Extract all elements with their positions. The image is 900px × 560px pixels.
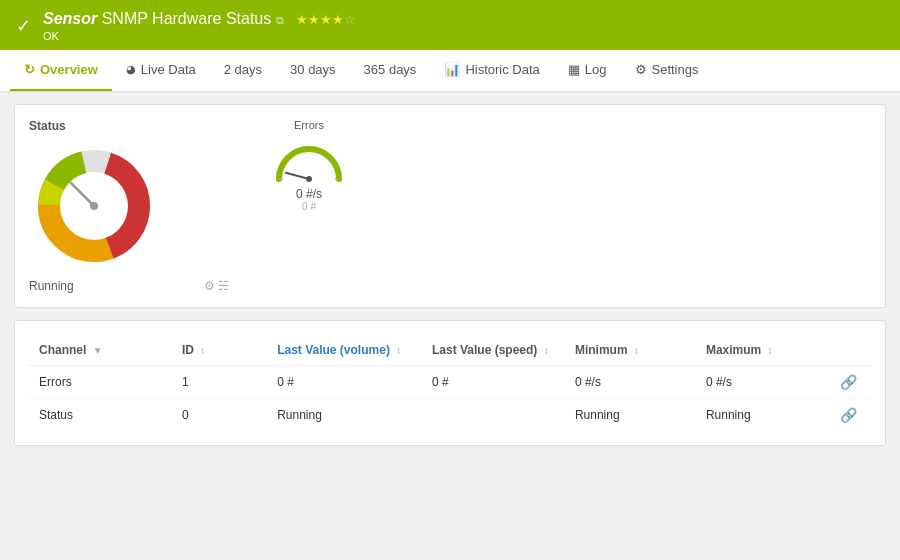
tab-bar: ↻ Overview ◕ Live Data 2 days 30 days 36… — [0, 50, 900, 92]
status-left: Status — [29, 119, 229, 293]
tab-2days[interactable]: 2 days — [210, 50, 276, 91]
sort-icon-lastval: ↕ — [396, 345, 401, 356]
historicdata-icon: 📊 — [444, 62, 460, 77]
col-id-header[interactable]: ID ↕ — [172, 335, 267, 366]
svg-point-7 — [90, 202, 98, 210]
livedata-icon: ◕ — [126, 63, 136, 76]
cell-channel-0: Errors — [29, 366, 172, 399]
gauge-svg — [269, 137, 349, 187]
running-label: Running — [29, 279, 74, 293]
header-status: OK — [43, 30, 356, 42]
sort-icon-lastspeed: ↕ — [544, 345, 549, 356]
sort-icon-id: ↕ — [200, 345, 205, 356]
header-link-icon[interactable]: ⧉ — [276, 14, 284, 26]
col-lastspeed-header[interactable]: Last Value (speed) ↕ — [422, 335, 565, 366]
row-link-icon-1[interactable]: 🔗 — [840, 407, 857, 423]
cell-action-0[interactable]: 🔗 — [827, 366, 871, 399]
header-title: Sensor SNMP Hardware Status ⧉ ★★★★☆ — [43, 10, 356, 27]
tab-settings[interactable]: ⚙ Settings — [621, 50, 713, 91]
tab-365days[interactable]: 365 days — [350, 50, 431, 91]
col-channel-header[interactable]: Channel ▼ — [29, 335, 172, 366]
cell-action-1[interactable]: 🔗 — [827, 399, 871, 432]
col-max-header[interactable]: Maximum ↕ — [696, 335, 827, 366]
content-area: Status — [0, 92, 900, 560]
cell-lastspeed-0: 0 # — [422, 366, 565, 399]
sort-icon-min: ↕ — [634, 345, 639, 356]
cell-min-1: Running — [565, 399, 696, 432]
col-lastval-header[interactable]: Last Value (volume) ↕ — [267, 335, 422, 366]
overview-icon: ↻ — [24, 62, 35, 77]
cell-min-0: 0 #/s — [565, 366, 696, 399]
data-table: Channel ▼ ID ↕ Last Value (volume) ↕ Las… — [29, 335, 871, 431]
table-row: Status 0 Running Running Running 🔗 — [29, 399, 871, 432]
gauge-sub: 0 # — [302, 201, 316, 212]
cell-channel-1: Status — [29, 399, 172, 432]
table-panel: Channel ▼ ID ↕ Last Value (volume) ↕ Las… — [14, 320, 886, 446]
status-controls: ⚙ ☵ — [204, 279, 229, 293]
svg-line-8 — [286, 173, 309, 179]
header-stars-empty: ☆ — [344, 12, 356, 27]
gauge-label: Errors — [294, 119, 324, 131]
header-check: ✓ — [16, 15, 31, 37]
tab-historicdata[interactable]: 📊 Historic Data — [430, 50, 553, 91]
settings-icon: ⚙ — [635, 62, 647, 77]
sort-icon-max: ↕ — [768, 345, 773, 356]
cell-lastspeed-1 — [422, 399, 565, 432]
header-stars-filled[interactable]: ★★★★ — [296, 12, 344, 27]
table-header-row: Channel ▼ ID ↕ Last Value (volume) ↕ Las… — [29, 335, 871, 366]
tab-30days[interactable]: 30 days — [276, 50, 350, 91]
tab-livedata[interactable]: ◕ Live Data — [112, 50, 210, 91]
row-link-icon-0[interactable]: 🔗 — [840, 374, 857, 390]
log-icon: ▦ — [568, 62, 580, 77]
donut-chart — [29, 141, 159, 271]
sort-icon-channel: ▼ — [93, 345, 103, 356]
cell-max-1: Running — [696, 399, 827, 432]
gauge-container: Errors 0 #/s 0 # — [269, 119, 349, 212]
status-panel: Status — [14, 104, 886, 308]
cell-id-0: 1 — [172, 366, 267, 399]
col-min-header[interactable]: Minimum ↕ — [565, 335, 696, 366]
cell-max-0: 0 #/s — [696, 366, 827, 399]
cell-lastval-0: 0 # — [267, 366, 422, 399]
tab-log[interactable]: ▦ Log — [554, 50, 621, 91]
status-label: Status — [29, 119, 229, 133]
svg-point-9 — [306, 176, 312, 182]
tab-overview[interactable]: ↻ Overview — [10, 50, 112, 91]
gauge-value: 0 #/s — [296, 187, 322, 201]
cell-id-1: 0 — [172, 399, 267, 432]
status-running-row: Running ⚙ ☵ — [29, 279, 229, 293]
col-action-header — [827, 335, 871, 366]
table-row: Errors 1 0 # 0 # 0 #/s 0 #/s 🔗 — [29, 366, 871, 399]
header: ✓ Sensor SNMP Hardware Status ⧉ ★★★★☆ OK — [0, 0, 900, 50]
cell-lastval-1: Running — [267, 399, 422, 432]
